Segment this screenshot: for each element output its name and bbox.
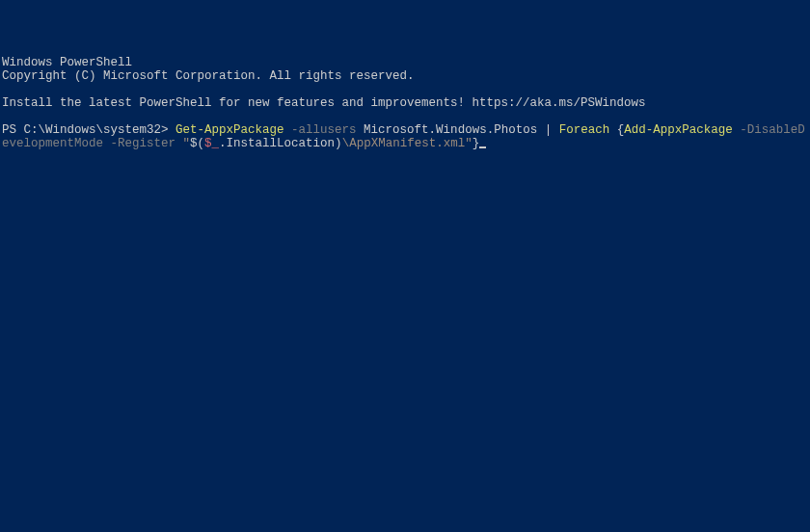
string-quote-open: " <box>183 137 191 150</box>
banner-title: Windows PowerShell <box>2 56 810 69</box>
command-line[interactable]: PS C:\Windows\system32> Get-AppxPackage … <box>2 123 805 150</box>
close-brace: } <box>472 137 480 150</box>
space <box>357 123 364 137</box>
arg-package-name: Microsoft.Windows.Photos <box>364 123 545 137</box>
space <box>284 123 292 137</box>
cmdlet-add-appxpackage: Add-AppxPackage <box>624 123 733 137</box>
space <box>609 123 617 137</box>
install-location-prop: .InstallLocation) <box>219 137 342 150</box>
keyword-foreach: Foreach <box>559 123 610 137</box>
blank-line-1 <box>2 83 810 96</box>
param-allusers: -allusers <box>291 123 357 137</box>
prompt-text: PS C:\Windows\system32> <box>2 123 176 137</box>
space <box>552 123 559 137</box>
install-hint: Install the latest PowerShell for new fe… <box>2 96 810 110</box>
cursor <box>479 146 486 148</box>
copyright-line: Copyright (C) Microsoft Corporation. All… <box>2 69 810 83</box>
manifest-path: \AppXManifest.xml" <box>342 137 472 150</box>
blank-line-2 <box>2 110 810 123</box>
subexpr-open: $( <box>190 137 204 150</box>
param-register: -Register <box>111 137 183 150</box>
automatic-variable: $_ <box>204 137 219 150</box>
cmdlet-get-appxpackage: Get-AppxPackage <box>176 123 284 137</box>
